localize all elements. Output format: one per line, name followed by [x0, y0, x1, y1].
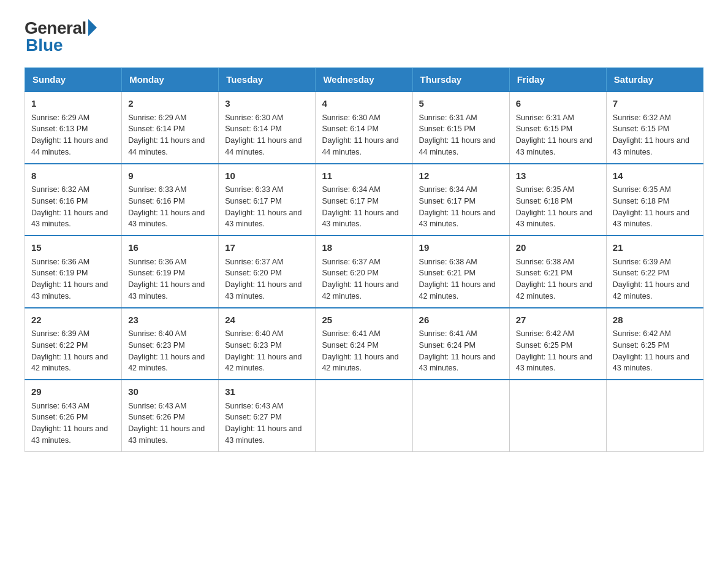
- day-number: 23: [128, 313, 212, 327]
- calendar-week-row: 1 Sunrise: 6:29 AMSunset: 6:13 PMDayligh…: [25, 91, 703, 164]
- day-info: Sunrise: 6:43 AMSunset: 6:26 PMDaylight:…: [31, 402, 108, 445]
- day-number: 14: [613, 169, 697, 183]
- calendar-day-cell: 7 Sunrise: 6:32 AMSunset: 6:15 PMDayligh…: [606, 91, 703, 164]
- calendar-empty-cell: [316, 380, 412, 451]
- calendar-day-cell: 29 Sunrise: 6:43 AMSunset: 6:26 PMDaylig…: [25, 380, 122, 451]
- day-number: 15: [31, 241, 115, 255]
- day-info: Sunrise: 6:37 AMSunset: 6:20 PMDaylight:…: [225, 258, 301, 301]
- day-info: Sunrise: 6:33 AMSunset: 6:16 PMDaylight:…: [128, 185, 205, 228]
- day-number: 30: [128, 385, 212, 399]
- page-header: General Blue: [25, 18, 703, 55]
- day-info: Sunrise: 6:38 AMSunset: 6:21 PMDaylight:…: [419, 258, 496, 301]
- calendar-week-row: 29 Sunrise: 6:43 AMSunset: 6:26 PMDaylig…: [25, 380, 703, 451]
- day-number: 8: [31, 169, 115, 183]
- day-info: Sunrise: 6:38 AMSunset: 6:21 PMDaylight:…: [516, 258, 593, 301]
- day-number: 13: [516, 169, 600, 183]
- logo-arrow-icon: [88, 19, 97, 36]
- day-number: 7: [613, 97, 697, 111]
- calendar-day-cell: 24 Sunrise: 6:40 AMSunset: 6:23 PMDaylig…: [219, 308, 316, 380]
- column-header-friday: Friday: [509, 68, 606, 92]
- column-header-wednesday: Wednesday: [316, 68, 412, 92]
- calendar-day-cell: 5 Sunrise: 6:31 AMSunset: 6:15 PMDayligh…: [412, 91, 509, 164]
- day-number: 21: [613, 241, 697, 255]
- calendar-empty-cell: [606, 380, 703, 451]
- day-number: 11: [322, 169, 406, 183]
- day-info: Sunrise: 6:31 AMSunset: 6:15 PMDaylight:…: [419, 113, 496, 156]
- day-info: Sunrise: 6:43 AMSunset: 6:26 PMDaylight:…: [128, 402, 205, 445]
- day-number: 12: [419, 169, 503, 183]
- calendar-header-row: SundayMondayTuesdayWednesdayThursdayFrid…: [25, 68, 703, 92]
- calendar-day-cell: 26 Sunrise: 6:41 AMSunset: 6:24 PMDaylig…: [412, 308, 509, 380]
- day-info: Sunrise: 6:31 AMSunset: 6:15 PMDaylight:…: [516, 113, 593, 156]
- calendar-day-cell: 25 Sunrise: 6:41 AMSunset: 6:24 PMDaylig…: [316, 308, 412, 380]
- calendar-day-cell: 30 Sunrise: 6:43 AMSunset: 6:26 PMDaylig…: [122, 380, 219, 451]
- calendar-day-cell: 14 Sunrise: 6:35 AMSunset: 6:18 PMDaylig…: [606, 164, 703, 236]
- calendar-empty-cell: [509, 380, 606, 451]
- day-info: Sunrise: 6:36 AMSunset: 6:19 PMDaylight:…: [128, 258, 205, 301]
- day-info: Sunrise: 6:32 AMSunset: 6:15 PMDaylight:…: [613, 113, 689, 156]
- day-info: Sunrise: 6:32 AMSunset: 6:16 PMDaylight:…: [31, 185, 108, 228]
- day-number: 16: [128, 241, 212, 255]
- calendar-day-cell: 4 Sunrise: 6:30 AMSunset: 6:14 PMDayligh…: [316, 91, 412, 164]
- day-number: 17: [225, 241, 309, 255]
- logo-blue-text: Blue: [26, 36, 63, 55]
- calendar-day-cell: 19 Sunrise: 6:38 AMSunset: 6:21 PMDaylig…: [412, 236, 509, 308]
- day-info: Sunrise: 6:29 AMSunset: 6:14 PMDaylight:…: [128, 113, 205, 156]
- day-number: 4: [322, 97, 406, 111]
- calendar-table: SundayMondayTuesdayWednesdayThursdayFrid…: [25, 67, 703, 452]
- day-number: 20: [516, 241, 600, 255]
- day-number: 19: [419, 241, 503, 255]
- column-header-saturday: Saturday: [606, 68, 703, 92]
- day-info: Sunrise: 6:42 AMSunset: 6:25 PMDaylight:…: [613, 329, 689, 372]
- day-number: 9: [128, 169, 212, 183]
- day-info: Sunrise: 6:39 AMSunset: 6:22 PMDaylight:…: [31, 329, 108, 372]
- day-number: 26: [419, 313, 503, 327]
- calendar-day-cell: 2 Sunrise: 6:29 AMSunset: 6:14 PMDayligh…: [122, 91, 219, 164]
- day-number: 5: [419, 97, 503, 111]
- calendar-day-cell: 16 Sunrise: 6:36 AMSunset: 6:19 PMDaylig…: [122, 236, 219, 308]
- day-number: 6: [516, 97, 600, 111]
- day-info: Sunrise: 6:35 AMSunset: 6:18 PMDaylight:…: [516, 185, 593, 228]
- calendar-day-cell: 23 Sunrise: 6:40 AMSunset: 6:23 PMDaylig…: [122, 308, 219, 380]
- day-number: 3: [225, 97, 309, 111]
- calendar-day-cell: 6 Sunrise: 6:31 AMSunset: 6:15 PMDayligh…: [509, 91, 606, 164]
- day-info: Sunrise: 6:30 AMSunset: 6:14 PMDaylight:…: [225, 113, 301, 156]
- day-number: 2: [128, 97, 212, 111]
- calendar-empty-cell: [412, 380, 509, 451]
- day-number: 10: [225, 169, 309, 183]
- calendar-day-cell: 13 Sunrise: 6:35 AMSunset: 6:18 PMDaylig…: [509, 164, 606, 236]
- column-header-tuesday: Tuesday: [219, 68, 316, 92]
- day-number: 27: [516, 313, 600, 327]
- calendar-day-cell: 3 Sunrise: 6:30 AMSunset: 6:14 PMDayligh…: [219, 91, 316, 164]
- day-info: Sunrise: 6:40 AMSunset: 6:23 PMDaylight:…: [128, 329, 205, 372]
- logo: General Blue: [25, 18, 97, 55]
- calendar-day-cell: 8 Sunrise: 6:32 AMSunset: 6:16 PMDayligh…: [25, 164, 122, 236]
- day-number: 24: [225, 313, 309, 327]
- day-number: 25: [322, 313, 406, 327]
- day-info: Sunrise: 6:29 AMSunset: 6:13 PMDaylight:…: [31, 113, 108, 156]
- day-info: Sunrise: 6:39 AMSunset: 6:22 PMDaylight:…: [613, 258, 689, 301]
- calendar-day-cell: 21 Sunrise: 6:39 AMSunset: 6:22 PMDaylig…: [606, 236, 703, 308]
- calendar-week-row: 15 Sunrise: 6:36 AMSunset: 6:19 PMDaylig…: [25, 236, 703, 308]
- calendar-day-cell: 12 Sunrise: 6:34 AMSunset: 6:17 PMDaylig…: [412, 164, 509, 236]
- calendar-day-cell: 31 Sunrise: 6:43 AMSunset: 6:27 PMDaylig…: [219, 380, 316, 451]
- day-info: Sunrise: 6:42 AMSunset: 6:25 PMDaylight:…: [516, 329, 593, 372]
- day-info: Sunrise: 6:34 AMSunset: 6:17 PMDaylight:…: [322, 185, 398, 228]
- day-info: Sunrise: 6:35 AMSunset: 6:18 PMDaylight:…: [613, 185, 689, 228]
- day-info: Sunrise: 6:34 AMSunset: 6:17 PMDaylight:…: [419, 185, 496, 228]
- day-info: Sunrise: 6:41 AMSunset: 6:24 PMDaylight:…: [419, 329, 496, 372]
- calendar-day-cell: 18 Sunrise: 6:37 AMSunset: 6:20 PMDaylig…: [316, 236, 412, 308]
- day-number: 28: [613, 313, 697, 327]
- day-info: Sunrise: 6:41 AMSunset: 6:24 PMDaylight:…: [322, 329, 398, 372]
- day-info: Sunrise: 6:40 AMSunset: 6:23 PMDaylight:…: [225, 329, 301, 372]
- column-header-monday: Monday: [122, 68, 219, 92]
- calendar-day-cell: 9 Sunrise: 6:33 AMSunset: 6:16 PMDayligh…: [122, 164, 219, 236]
- column-header-thursday: Thursday: [412, 68, 509, 92]
- calendar-day-cell: 15 Sunrise: 6:36 AMSunset: 6:19 PMDaylig…: [25, 236, 122, 308]
- day-number: 18: [322, 241, 406, 255]
- calendar-day-cell: 10 Sunrise: 6:33 AMSunset: 6:17 PMDaylig…: [219, 164, 316, 236]
- day-number: 31: [225, 385, 309, 399]
- calendar-day-cell: 1 Sunrise: 6:29 AMSunset: 6:13 PMDayligh…: [25, 91, 122, 164]
- day-number: 22: [31, 313, 115, 327]
- day-info: Sunrise: 6:37 AMSunset: 6:20 PMDaylight:…: [322, 258, 398, 301]
